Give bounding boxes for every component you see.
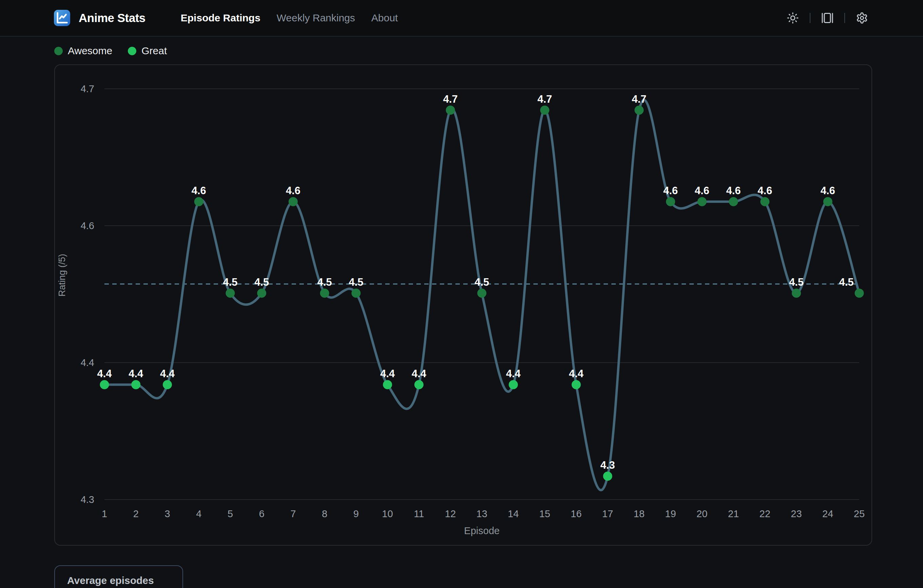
average-episodes-card: Average episodes 4.52: [54, 565, 183, 588]
sun-icon: [787, 12, 799, 24]
data-point-ep-13[interactable]: [478, 289, 486, 298]
gear-icon: [856, 12, 868, 24]
data-point-ep-7[interactable]: [289, 197, 298, 206]
legend-item-great[interactable]: Great: [128, 45, 167, 57]
view-switcher-button[interactable]: [820, 10, 835, 25]
legend-label: Awesome: [68, 45, 112, 57]
data-point-ep-14[interactable]: [509, 380, 518, 390]
nav-item-weekly-rankings[interactable]: Weekly Rankings: [277, 12, 355, 24]
legend-item-awesome[interactable]: Awesome: [54, 45, 112, 57]
legend-label: Great: [141, 45, 167, 57]
data-point-ep-15[interactable]: [540, 106, 549, 115]
gallery-horizontal-icon: [821, 12, 833, 24]
nav-item-episode-ratings[interactable]: Episode Ratings: [181, 12, 260, 24]
theme-toggle-button[interactable]: [785, 10, 800, 25]
data-point-ep-16[interactable]: [572, 380, 581, 390]
main-nav: Episode RatingsWeekly RankingsAbout: [181, 12, 398, 24]
data-point-ep-9[interactable]: [351, 289, 361, 298]
data-point-ep-4[interactable]: [194, 197, 204, 206]
data-point-ep-6[interactable]: [257, 289, 266, 298]
data-point-ep-25[interactable]: [855, 289, 864, 298]
legend-dot-great: [128, 47, 136, 55]
data-point-ep-11[interactable]: [414, 380, 424, 390]
data-point-ep-1[interactable]: [100, 380, 109, 390]
app-title: Anime Stats: [79, 11, 146, 25]
average-episodes-title: Average episodes: [67, 575, 170, 586]
data-point-ep-2[interactable]: [131, 380, 140, 390]
data-point-ep-22[interactable]: [760, 197, 769, 206]
separator: [810, 13, 810, 23]
data-point-ep-5[interactable]: [226, 289, 235, 298]
legend-dot-awesome: [54, 47, 63, 55]
chart-legend: AwesomeGreat: [54, 43, 923, 59]
data-point-ep-23[interactable]: [792, 289, 801, 298]
data-point-ep-8[interactable]: [320, 289, 329, 298]
nav-item-about[interactable]: About: [371, 12, 398, 24]
data-point-ep-17[interactable]: [603, 472, 613, 481]
app-logo-chart-icon: [54, 10, 71, 26]
app-header: Anime Stats Episode RatingsWeekly Rankin…: [0, 0, 923, 37]
data-point-ep-21[interactable]: [729, 197, 738, 206]
data-point-ep-12[interactable]: [446, 106, 455, 115]
data-point-ep-18[interactable]: [634, 106, 644, 115]
brand[interactable]: Anime Stats: [54, 10, 146, 26]
data-point-ep-19[interactable]: [666, 197, 675, 206]
data-point-ep-24[interactable]: [823, 197, 833, 206]
header-actions: [785, 10, 869, 25]
data-point-ep-20[interactable]: [698, 197, 707, 206]
separator: [844, 13, 845, 23]
settings-button[interactable]: [854, 10, 869, 25]
chart-card: [54, 64, 872, 545]
data-point-ep-10[interactable]: [383, 380, 392, 390]
data-point-ep-3[interactable]: [163, 380, 172, 390]
